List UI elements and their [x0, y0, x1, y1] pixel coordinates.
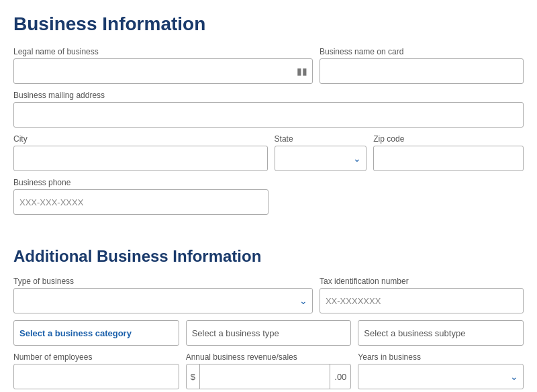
- type-of-business-select-wrapper: ⌄: [13, 288, 313, 313]
- mailing-address-input[interactable]: [13, 102, 524, 128]
- state-select-wrapper: ⌄: [275, 146, 367, 171]
- annual-revenue-label: Annual business revenue/sales: [186, 352, 352, 362]
- row-address: Business mailing address: [13, 91, 524, 128]
- row-phone: Business phone: [13, 178, 524, 215]
- num-employees-input[interactable]: [13, 364, 179, 389]
- mailing-address-field: Business mailing address: [13, 91, 524, 128]
- legal-name-label: Legal name of business: [13, 47, 313, 56]
- row-city-state-zip: City State ⌄ Zip code: [13, 134, 524, 171]
- legal-name-field: Legal name of business ▮▮: [13, 47, 313, 84]
- zip-label: Zip code: [373, 134, 524, 144]
- business-type-label: Select a business type: [192, 328, 279, 338]
- city-label: City: [13, 134, 268, 144]
- annual-revenue-input[interactable]: [200, 364, 330, 389]
- years-in-business-field: Years in business ⌄: [358, 352, 524, 389]
- tax-id-label: Tax identification number: [320, 277, 524, 286]
- business-name-card-field: Business name on card: [320, 47, 524, 84]
- business-category-field: Select a business category: [13, 320, 179, 346]
- row-category-type-subtype: Select a business category Select a busi…: [13, 320, 524, 346]
- business-type-static: Select a business type: [186, 320, 352, 346]
- business-name-card-input[interactable]: [320, 58, 524, 84]
- tax-id-input[interactable]: [320, 288, 524, 313]
- section1-title: Business Information: [13, 13, 524, 35]
- type-of-business-field: Type of business ⌄: [13, 277, 313, 313]
- state-select[interactable]: [275, 146, 367, 171]
- tax-id-field: Tax identification number: [320, 277, 524, 313]
- select-business-category-link[interactable]: Select a business category: [13, 320, 179, 346]
- annual-revenue-wrapper: $ .00: [186, 364, 352, 389]
- years-in-business-label: Years in business: [358, 352, 524, 362]
- zip-input[interactable]: [373, 146, 524, 171]
- row-employees-revenue-years: Number of employees Annual business reve…: [13, 352, 524, 389]
- business-information-section: Business Information Legal name of busin…: [13, 13, 524, 215]
- num-employees-field: Number of employees: [13, 352, 179, 389]
- annual-revenue-field: Annual business revenue/sales $ .00: [186, 352, 352, 389]
- decimal-suffix: .00: [330, 364, 350, 389]
- additional-business-information-section: Additional Business Information Type of …: [13, 247, 524, 389]
- section2-title: Additional Business Information: [13, 247, 524, 266]
- type-of-business-select[interactable]: [13, 288, 313, 313]
- row-names: Legal name of business ▮▮ Business name …: [13, 47, 524, 84]
- business-subtype-label: Select a business subtype: [364, 328, 465, 338]
- state-label: State: [275, 134, 367, 144]
- dollar-sign: $: [187, 364, 200, 389]
- phone-input[interactable]: [13, 189, 268, 215]
- state-field: State ⌄: [275, 134, 367, 171]
- business-subtype-field: Select a business subtype: [358, 320, 524, 346]
- row-type-taxid: Type of business ⌄ Tax identification nu…: [13, 277, 524, 313]
- num-employees-label: Number of employees: [13, 352, 179, 362]
- city-input[interactable]: [13, 146, 268, 171]
- business-type-field: Select a business type: [186, 320, 352, 346]
- legal-name-input[interactable]: [13, 58, 313, 84]
- mailing-address-label: Business mailing address: [13, 91, 524, 100]
- city-field: City: [13, 134, 268, 171]
- years-select-wrapper: ⌄: [358, 364, 524, 389]
- business-name-card-label: Business name on card: [320, 47, 524, 56]
- zip-field: Zip code: [373, 134, 524, 171]
- phone-label: Business phone: [13, 178, 268, 187]
- years-in-business-select[interactable]: [358, 364, 524, 389]
- phone-field: Business phone: [13, 178, 268, 215]
- type-of-business-label: Type of business: [13, 277, 313, 286]
- business-subtype-static: Select a business subtype: [358, 320, 524, 346]
